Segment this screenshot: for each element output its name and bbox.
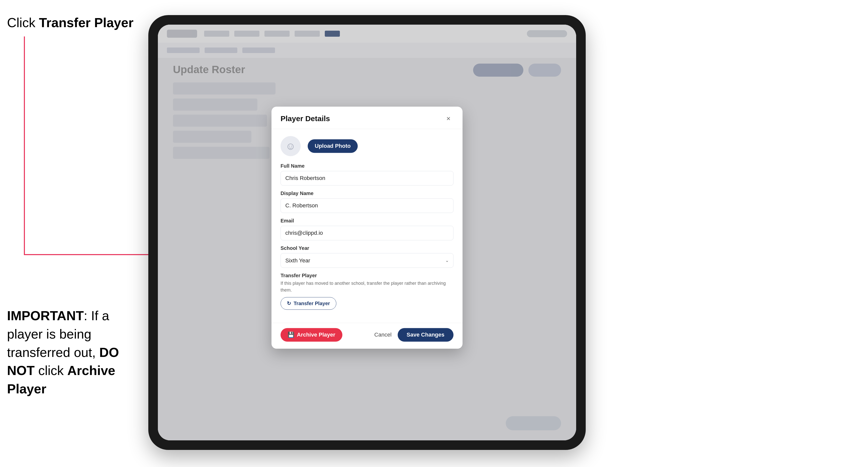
instruction-top: Click Transfer Player [7,15,133,30]
display-name-group: Display Name [281,190,454,213]
avatar-upload-section: ☺ Upload Photo [281,136,454,156]
important-bold: IMPORTANT [7,308,84,323]
transfer-player-button[interactable]: ↻ Transfer Player [281,297,336,310]
archive-icon: 💾 [287,332,294,338]
avatar-circle: ☺ [281,136,301,156]
modal-title: Player Details [281,114,330,123]
email-label: Email [281,218,454,224]
school-year-group: School Year First Year Second Year Third… [281,245,454,268]
transfer-player-description: If this player has moved to another scho… [281,280,454,293]
tablet-frame: Update Roster [148,15,586,450]
full-name-group: Full Name [281,163,454,186]
tablet-screen: Update Roster [158,25,576,440]
footer-right-actions: Cancel Save Changes [374,328,454,342]
save-changes-button[interactable]: Save Changes [398,328,454,342]
full-name-input[interactable] [281,171,454,186]
modal-header: Player Details × [272,106,463,129]
modal-footer: 💾 Archive Player Cancel Save Changes [272,323,463,349]
display-name-input[interactable] [281,198,454,213]
instruction-bottom: IMPORTANT: If a player is being transfer… [7,307,138,398]
archive-player-button[interactable]: 💾 Archive Player [281,328,342,342]
full-name-label: Full Name [281,163,454,169]
modal-body: ☺ Upload Photo Full Name Display Name Em… [272,129,463,323]
player-details-modal: Player Details × ☺ Upload Photo Full Nam… [272,106,463,349]
transfer-player-label: Transfer Player [281,273,454,279]
modal-close-button[interactable]: × [443,114,454,124]
instruction-transfer-bold: Transfer Player [39,15,133,30]
email-input[interactable] [281,226,454,240]
instruction-rest2: click [35,363,67,378]
school-year-select[interactable]: First Year Second Year Third Year Fourth… [281,253,454,268]
email-group: Email [281,218,454,240]
transfer-player-section: Transfer Player If this player has moved… [281,273,454,310]
display-name-label: Display Name [281,190,454,196]
instruction-click-text: Click [7,15,39,30]
upload-photo-button[interactable]: Upload Photo [308,139,358,153]
school-year-label: School Year [281,245,454,251]
school-year-select-wrapper: First Year Second Year Third Year Fourth… [281,253,454,268]
cancel-button[interactable]: Cancel [374,332,392,338]
transfer-player-button-label: Transfer Player [293,301,330,306]
user-avatar-icon: ☺ [285,141,296,152]
transfer-icon: ↻ [287,300,291,306]
arrow-vertical-line [24,36,25,255]
archive-player-label: Archive Player [297,332,335,338]
